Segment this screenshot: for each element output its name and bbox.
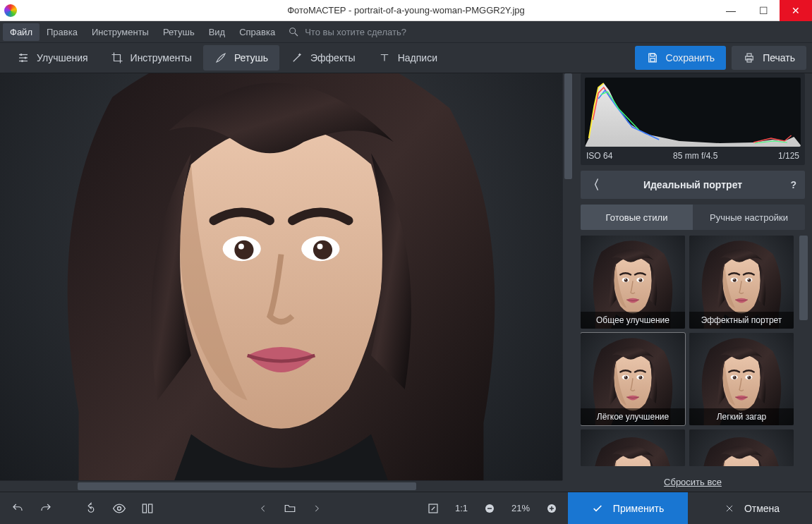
fit-button[interactable] — [421, 496, 445, 520]
tab-label: Надписи — [398, 52, 437, 63]
preset-item[interactable] — [689, 429, 794, 466]
save-label: Сохранить — [666, 52, 715, 63]
eye-icon — [112, 501, 126, 516]
redo-icon — [40, 502, 52, 515]
fit-icon — [427, 502, 440, 515]
meta-iso: ISO 64 — [586, 151, 612, 161]
apply-button[interactable]: Применить — [568, 492, 688, 525]
undo-icon — [11, 502, 24, 515]
tab-effects[interactable]: Эффекты — [279, 45, 367, 71]
preset-item[interactable] — [581, 429, 685, 466]
undo-button[interactable] — [6, 496, 30, 520]
window-title: ФотоМАСТЕР - portrait-of-a-young-woman-P… — [287, 5, 525, 16]
tab-tools[interactable]: Инструменты — [99, 45, 203, 71]
compare-icon — [141, 502, 154, 515]
meta-lens: 85 mm f/4.5 — [673, 151, 717, 161]
preset-label: Лёгкое улучшение — [581, 408, 685, 425]
text-icon — [378, 51, 391, 64]
chevron-right-icon — [312, 504, 322, 513]
subtab-presets[interactable]: Готовые стили — [581, 205, 693, 230]
menu-tools[interactable]: Инструменты — [85, 23, 156, 41]
panel-header: 〈 Идеальный портрет ? — [581, 171, 805, 199]
preset-label: Эффектный портрет — [689, 312, 794, 329]
open-folder-button[interactable] — [277, 496, 303, 520]
menu-retouch[interactable]: Ретушь — [156, 23, 202, 41]
canvas-area — [0, 73, 574, 492]
brush-icon — [214, 51, 227, 64]
revert-icon — [85, 502, 97, 515]
image-canvas[interactable] — [0, 73, 562, 480]
svg-rect-16 — [650, 59, 655, 62]
plus-circle-icon — [545, 502, 558, 515]
preset-item[interactable]: Эффектный портрет — [689, 236, 794, 329]
save-icon — [646, 51, 659, 64]
back-button[interactable]: 〈 — [581, 176, 606, 193]
subtab-manual[interactable]: Ручные настройки — [693, 205, 805, 230]
preset-item[interactable]: Лёгкое улучшение — [581, 333, 685, 426]
check-icon — [592, 503, 603, 514]
preset-grid: Общее улучшение Эффектный портрет Лёгкое… — [581, 236, 794, 466]
svg-rect-17 — [746, 56, 753, 60]
menu-view[interactable]: Вид — [202, 23, 233, 41]
app-icon — [4, 4, 17, 17]
zoom-in-button[interactable] — [540, 496, 564, 520]
reset-all-link[interactable]: Сбросить все — [574, 472, 812, 492]
zoom-value[interactable]: 21% — [506, 503, 535, 513]
preview-button[interactable] — [107, 496, 131, 520]
svg-point-13 — [25, 57, 27, 59]
redo-button[interactable] — [34, 496, 58, 520]
preset-item[interactable]: Легкий загар — [689, 333, 794, 426]
file-nav — [250, 496, 329, 520]
close-icon — [725, 504, 734, 513]
close-button[interactable]: ✕ — [780, 0, 812, 21]
svg-point-14 — [21, 60, 23, 62]
svg-rect-18 — [747, 54, 751, 56]
svg-rect-21 — [143, 504, 146, 513]
minus-circle-icon — [483, 502, 496, 515]
panel-subtabs: Готовые стили Ручные настройки — [581, 205, 805, 230]
print-button[interactable]: Печать — [732, 46, 806, 70]
preset-vscrollbar[interactable] — [798, 236, 809, 466]
panel-title: Идеальный портрет — [643, 179, 742, 190]
crop-icon — [111, 51, 123, 64]
maximize-button[interactable]: ☐ — [747, 0, 780, 21]
save-button[interactable]: Сохранить — [635, 46, 727, 70]
histogram[interactable] — [585, 78, 801, 147]
wand-icon — [291, 51, 303, 64]
svg-line-8 — [295, 33, 298, 36]
tab-label: Эффекты — [310, 52, 356, 63]
one-to-one[interactable]: 1:1 — [449, 503, 473, 513]
cancel-button[interactable]: Отмена — [692, 492, 812, 525]
preset-label: Легкий загар — [689, 408, 794, 425]
menu-file[interactable]: Файл — [3, 23, 40, 41]
tab-enhance[interactable]: Улучшения — [6, 45, 99, 71]
next-image-button[interactable] — [304, 496, 329, 520]
folder-icon — [284, 502, 296, 515]
print-label: Печать — [763, 52, 795, 63]
minimize-button[interactable]: — — [715, 0, 747, 21]
menu-bar: Файл Правка Инструменты Ретушь Вид Справ… — [0, 21, 812, 42]
menu-edit[interactable]: Правка — [40, 23, 85, 41]
svg-point-20 — [118, 506, 121, 510]
sliders-icon — [17, 51, 30, 64]
canvas-vscrollbar[interactable] — [562, 73, 574, 480]
main-area: ISO 64 85 mm f/4.5 1/125 〈 Идеальный пор… — [0, 73, 812, 492]
tab-retouch[interactable]: Ретушь — [203, 45, 279, 71]
svg-point-7 — [290, 28, 296, 34]
histogram-panel: ISO 64 85 mm f/4.5 1/125 — [581, 73, 805, 165]
title-bar: ФотоМАСТЕР - portrait-of-a-young-woman-P… — [0, 0, 812, 21]
preset-item[interactable]: Общее улучшение — [581, 236, 685, 329]
bottom-bar: 1:1 21% Применить Отмена — [0, 492, 812, 524]
zoom-out-button[interactable] — [478, 496, 502, 520]
revert-button[interactable] — [79, 496, 103, 520]
chevron-left-icon — [258, 504, 268, 513]
menu-help[interactable]: Справка — [232, 23, 282, 41]
compare-button[interactable] — [135, 496, 159, 520]
main-toolbar: Улучшения Инструменты Ретушь Эффекты Над… — [0, 42, 812, 73]
search-input[interactable]: Что вы хотите сделать? — [305, 27, 406, 37]
tab-label: Улучшения — [37, 52, 88, 63]
help-button[interactable]: ? — [790, 179, 796, 190]
canvas-hscrollbar[interactable] — [0, 480, 562, 492]
prev-image-button[interactable] — [250, 496, 276, 520]
tab-text[interactable]: Надписи — [367, 45, 449, 71]
